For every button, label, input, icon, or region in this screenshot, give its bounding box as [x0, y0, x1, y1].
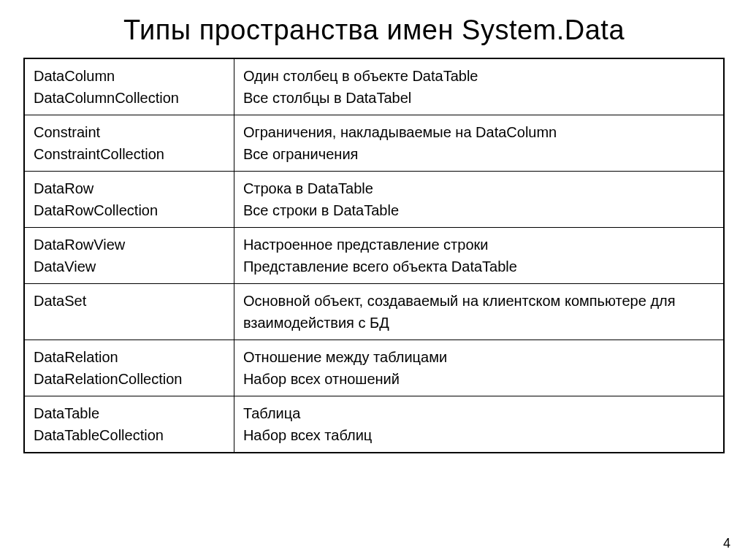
type-description: Все строки в DataTable: [243, 199, 714, 221]
type-name: DataColumn: [34, 65, 225, 87]
type-name: DataRowCollection: [34, 199, 225, 221]
type-description: Все ограничения: [243, 143, 714, 165]
table-row: Constraint ConstraintCollection Ограниче…: [24, 115, 724, 172]
table-row: DataRow DataRowCollection Строка в DataT…: [24, 172, 724, 228]
table-row: DataColumn DataColumnCollection Один сто…: [24, 58, 724, 115]
type-name: Constraint: [34, 121, 225, 143]
type-name: DataView: [34, 256, 225, 277]
type-name: DataRowView: [34, 234, 225, 256]
type-cell: DataRowView DataView: [24, 228, 234, 284]
slide-title: Типы пространства имен System.Data: [23, 15, 725, 46]
table-row: DataTable DataTableCollection Таблица На…: [24, 396, 724, 453]
table-row: DataRowView DataView Настроенное предста…: [24, 228, 724, 284]
description-cell: Таблица Набор всех таблиц: [234, 396, 724, 453]
description-cell: Настроенное представление строки Предста…: [234, 228, 724, 284]
type-name: DataColumnCollection: [34, 87, 225, 109]
description-cell: Один столбец в объекте DataTable Все сто…: [234, 58, 724, 115]
type-cell: DataColumn DataColumnCollection: [24, 58, 234, 115]
type-cell: Constraint ConstraintCollection: [24, 115, 234, 172]
type-description: Набор всех таблиц: [243, 424, 714, 446]
type-description: Один столбец в объекте DataTable: [243, 65, 714, 87]
type-name: DataRelation: [34, 346, 225, 368]
types-table: DataColumn DataColumnCollection Один сто…: [23, 58, 725, 453]
description-cell: Строка в DataTable Все строки в DataTabl…: [234, 172, 724, 228]
type-description: Строка в DataTable: [243, 177, 714, 199]
type-cell: DataRelation DataRelationCollection: [24, 340, 234, 396]
type-description: Основной объект, создаваемый на клиентск…: [243, 290, 714, 334]
type-description: Настроенное представление строки: [243, 234, 714, 256]
type-name: DataTableCollection: [34, 424, 225, 446]
type-cell: DataSet: [24, 284, 234, 340]
table-row: DataRelation DataRelationCollection Отно…: [24, 340, 724, 396]
type-cell: DataTable DataTableCollection: [24, 396, 234, 453]
description-cell: Основной объект, создаваемый на клиентск…: [234, 284, 724, 340]
type-cell: DataRow DataRowCollection: [24, 172, 234, 228]
type-name: DataRelationCollection: [34, 368, 225, 390]
type-description: Набор всех отношений: [243, 368, 714, 390]
page-number: 4: [723, 536, 730, 551]
description-cell: Отношение между таблицами Набор всех отн…: [234, 340, 724, 396]
type-name: DataRow: [34, 177, 225, 199]
type-name: DataSet: [34, 290, 225, 312]
description-cell: Ограничения, накладываемые на DataColumn…: [234, 115, 724, 172]
type-name: DataTable: [34, 402, 225, 424]
type-description: Таблица: [243, 402, 714, 424]
type-description: Отношение между таблицами: [243, 346, 714, 368]
type-description: Представление всего объекта DataTable: [243, 256, 714, 277]
type-description: Все столбцы в DataTabel: [243, 87, 714, 109]
type-name: ConstraintCollection: [34, 143, 225, 165]
table-row: DataSet Основной объект, создаваемый на …: [24, 284, 724, 340]
type-description: Ограничения, накладываемые на DataColumn: [243, 121, 714, 143]
